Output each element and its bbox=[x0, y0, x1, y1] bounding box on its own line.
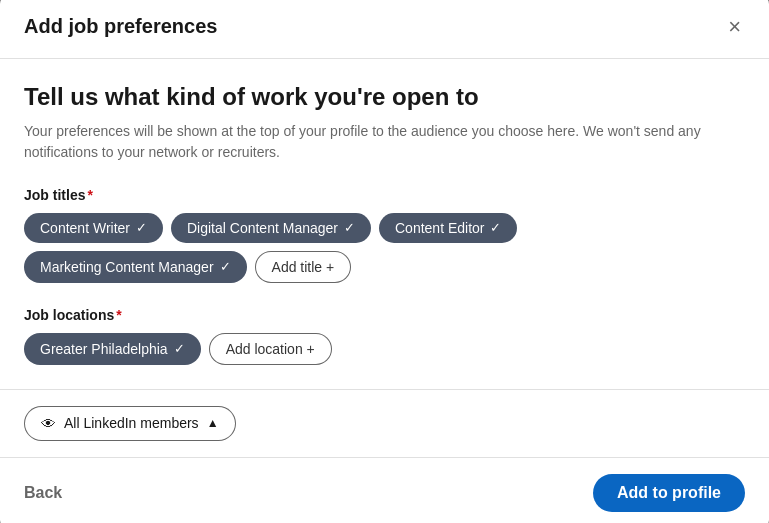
checkmark-icon: ✓ bbox=[344, 220, 355, 235]
audience-label: All LinkedIn members bbox=[64, 415, 199, 431]
section-headline: Tell us what kind of work you're open to bbox=[24, 83, 745, 111]
modal-overlay: Add job preferences × Tell us what kind … bbox=[0, 0, 769, 523]
modal-header: Add job preferences × bbox=[0, 0, 769, 59]
checkmark-icon: ✓ bbox=[136, 220, 147, 235]
back-button[interactable]: Back bbox=[24, 476, 62, 510]
audience-selector-button[interactable]: 👁 All LinkedIn members ▲ bbox=[24, 406, 236, 441]
modal-body: Tell us what kind of work you're open to… bbox=[0, 59, 769, 457]
close-button[interactable]: × bbox=[724, 12, 745, 42]
modal-container: Add job preferences × Tell us what kind … bbox=[0, 0, 769, 523]
checkmark-icon: ✓ bbox=[490, 220, 501, 235]
add-to-profile-button[interactable]: Add to profile bbox=[593, 474, 745, 512]
tag-marketing-content-manager[interactable]: Marketing Content Manager ✓ bbox=[24, 251, 247, 283]
tag-greater-philadelphia[interactable]: Greater Philadelphia ✓ bbox=[24, 333, 201, 365]
required-star: * bbox=[87, 187, 92, 203]
required-star: * bbox=[116, 307, 121, 323]
tag-content-editor[interactable]: Content Editor ✓ bbox=[379, 213, 518, 243]
chevron-up-icon: ▲ bbox=[207, 416, 219, 430]
job-locations-tags: Greater Philadelphia ✓ Add location + bbox=[24, 333, 745, 365]
checkmark-icon: ✓ bbox=[220, 259, 231, 274]
job-locations-label: Job locations* bbox=[24, 307, 745, 323]
tag-content-writer[interactable]: Content Writer ✓ bbox=[24, 213, 163, 243]
audience-row: 👁 All LinkedIn members ▲ bbox=[24, 390, 745, 457]
section-subtext: Your preferences will be shown at the to… bbox=[24, 121, 745, 163]
eye-icon: 👁 bbox=[41, 415, 56, 432]
tag-digital-content-manager[interactable]: Digital Content Manager ✓ bbox=[171, 213, 371, 243]
job-titles-label: Job titles* bbox=[24, 187, 745, 203]
modal-footer: Back Add to profile bbox=[0, 457, 769, 524]
job-titles-tags: Content Writer ✓ Digital Content Manager… bbox=[24, 213, 745, 283]
add-title-button[interactable]: Add title + bbox=[255, 251, 352, 283]
add-location-button[interactable]: Add location + bbox=[209, 333, 332, 365]
modal-title: Add job preferences bbox=[24, 15, 217, 38]
checkmark-icon: ✓ bbox=[174, 341, 185, 356]
